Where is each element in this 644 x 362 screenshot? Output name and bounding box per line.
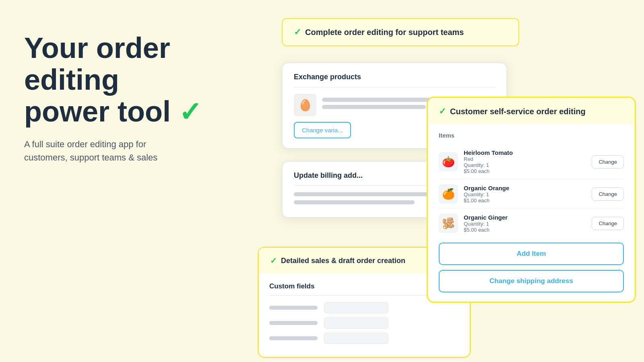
item-name-2: Organic Orange [464, 185, 586, 191]
change-button-2[interactable]: Change [592, 187, 624, 201]
field-row-2 [269, 317, 459, 329]
card-complete-order: ✓ Complete order editing for support tea… [282, 18, 519, 46]
field-label-skel-3 [269, 336, 318, 340]
change-variant-button[interactable]: Change varia... [294, 122, 351, 138]
field-row-1 [269, 302, 459, 313]
item-price-1: $5.00 each [464, 168, 586, 174]
change-button-3[interactable]: Change [592, 217, 624, 230]
item-info-1: Heirloom Tomato Red Quantity: 1 $5.00 ea… [464, 149, 586, 174]
item-qty-3: Quantity: 1 [464, 221, 586, 227]
skeleton-line-2 [322, 105, 426, 109]
sales-check-icon: ✓ [270, 256, 277, 265]
item-qty-2: Quantity: 1 [464, 191, 586, 197]
item-qty-1: Quantity: 1 [464, 162, 586, 168]
items-label: Items [439, 132, 624, 139]
change-shipping-button[interactable]: Change shipping address [439, 270, 624, 292]
field-label-skel-2 [269, 321, 318, 325]
hero-section: Your order editing power tool ✓ A full s… [24, 32, 250, 164]
add-item-button[interactable]: Add Item [439, 243, 624, 265]
item-name-3: Organic Ginger [464, 214, 586, 221]
hero-line1: Your order [24, 32, 170, 64]
product-image: 🥚 [294, 94, 316, 116]
item-info-3: Organic Ginger Quantity: 1 $5.00 each [464, 214, 586, 233]
field-input-skel-1 [324, 302, 388, 313]
card-selfservice: ✓ Customer self-service order editing It… [427, 97, 636, 303]
order-item-row-3: 🫚 Organic Ginger Quantity: 1 $5.00 each … [439, 209, 624, 238]
selfservice-body: Items 🍅 Heirloom Tomato Red Quantity: 1 … [429, 124, 634, 300]
selfservice-check-icon: ✓ [439, 106, 446, 117]
hero-line2: editing [24, 64, 119, 96]
complete-check-icon: ✓ [294, 27, 301, 37]
complete-order-title: Complete order editing for support teams [305, 28, 464, 37]
item-name-1: Heirloom Tomato [464, 149, 586, 156]
order-item-row-2: 🍊 Organic Orange Quantity: 1 $1.00 each … [439, 179, 624, 209]
field-input-skel-2 [324, 317, 388, 329]
item-price-2: $1.00 each [464, 197, 586, 204]
exchange-title: Exchange products [294, 73, 495, 81]
field-row-3 [269, 333, 459, 344]
item-image-3: 🫚 [439, 214, 458, 233]
selfservice-header: ✓ Customer self-service order editing [429, 99, 634, 124]
hero-title: Your order editing power tool ✓ [24, 32, 250, 128]
item-image-1: 🍅 [439, 152, 458, 171]
billing-skel-2 [294, 200, 415, 204]
item-price-3: $5.00 each [464, 227, 586, 233]
sales-title: Detailed sales & draft order creation [281, 257, 405, 265]
item-variant-1: Red [464, 156, 586, 162]
item-image-2: 🍊 [439, 184, 458, 204]
exchange-divider [294, 87, 495, 87]
order-item-row-1: 🍅 Heirloom Tomato Red Quantity: 1 $5.00 … [439, 144, 624, 179]
hero-checkmark: ✓ [179, 97, 202, 127]
hero-line3: power tool [24, 95, 171, 128]
field-input-skel-3 [324, 333, 388, 344]
hero-subtitle: A full suite order editing app forcustom… [24, 138, 250, 164]
selfservice-title: Customer self-service order editing [450, 107, 586, 116]
item-info-2: Organic Orange Quantity: 1 $1.00 each [464, 185, 586, 204]
field-label-skel-1 [269, 306, 318, 310]
change-button-1[interactable]: Change [592, 155, 624, 169]
cards-area: ✓ Complete order editing for support tea… [258, 0, 644, 362]
